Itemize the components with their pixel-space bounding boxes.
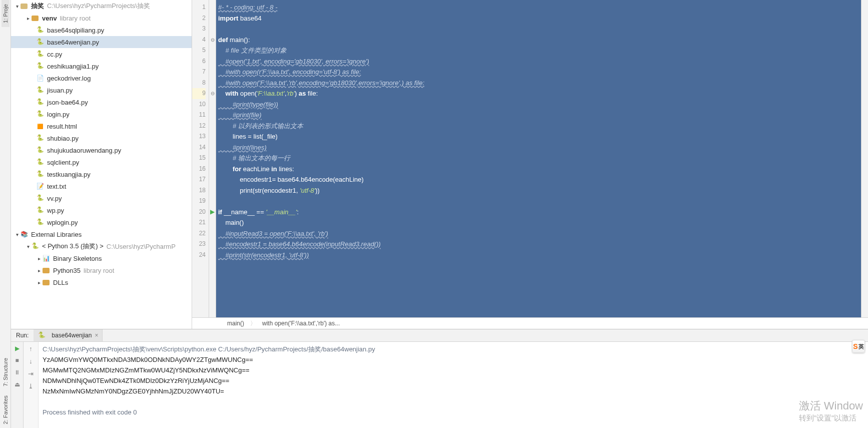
python-icon — [36, 110, 44, 118]
run-tab[interactable]: base64wenjian × — [34, 329, 103, 341]
file-wplogin[interactable]: wplogin.py — [11, 216, 192, 228]
file-shujukudaoruwendang[interactable]: shujukudaoruwendang.py — [11, 144, 192, 156]
file-wp[interactable]: wp.py — [11, 204, 192, 216]
python-icon — [36, 170, 44, 178]
run-tool-window: Run: base64wenjian × ▶ ■ ⏸ ⏏ ↑ ↓ ⇥ — [11, 329, 868, 428]
close-icon[interactable]: × — [95, 332, 98, 339]
tree-venv[interactable]: ▸ venv library root — [11, 12, 192, 24]
project-tree[interactable]: ▾ 抽奖 C:\Users\hyz\PycharmProjects\抽奖 ▸ v… — [11, 0, 192, 329]
file-shubiao[interactable]: shubiao.py — [11, 132, 192, 144]
code-content[interactable]: #- * - coding: utf - 8 - import base64 d… — [218, 2, 861, 260]
left-tool-strip: 1: Proje 7: Structure 2: Favorites — [0, 0, 11, 428]
exit-icon[interactable]: ⏏ — [15, 381, 20, 388]
output-line: NDMwNDhlNjQw0TEwNDk4ZTk0MDIz0DkzYzRiYjUz… — [43, 377, 229, 384]
run-label: Run: — [11, 332, 34, 339]
tab-favorites[interactable]: 2: Favorites — [2, 391, 10, 428]
file-testkuangjia[interactable]: testkuangjia.py — [11, 168, 192, 180]
skeletons-icon — [42, 254, 50, 262]
breadcrumb[interactable]: main() 〉 with open('F:\\aa.txt','rb') as… — [192, 317, 868, 329]
stop-icon[interactable]: ■ — [15, 357, 19, 364]
run-controls: ▶ ■ ⏸ ⏏ — [11, 342, 24, 428]
text-icon — [36, 182, 44, 190]
file-sqlclient[interactable]: sqlclient.py — [11, 156, 192, 168]
python-icon — [31, 242, 39, 250]
tab-project[interactable]: 1: Proje — [2, 0, 10, 27]
file-text-txt[interactable]: text.txt — [11, 180, 192, 192]
file-jisuan[interactable]: jisuan.py — [11, 84, 192, 96]
external-libraries[interactable]: ▾External Libraries — [11, 228, 192, 240]
error-stripe[interactable] — [861, 0, 868, 317]
tree-root[interactable]: ▾ 抽奖 C:\Users\hyz\PycharmProjects\抽奖 — [11, 0, 192, 12]
output-line: MGMwMTQ2NGMxMDIzNGZmMTkw0WU4ZjY5NDkxNzVi… — [43, 366, 250, 374]
python-icon — [36, 194, 44, 202]
python-sdk[interactable]: ▾ < Python 3.5 (抽奖) > C:\Users\hyz\Pycha… — [11, 240, 192, 252]
python-icon — [36, 62, 44, 70]
exec-path: C:\Users\hyz\PycharmProjects\抽奖\venv\Scr… — [43, 345, 375, 353]
file-base64wenjian[interactable]: base64wenjian.py — [11, 36, 192, 48]
breadcrumb-item[interactable]: with open('F:\\aa.txt','rb') as... — [262, 320, 340, 327]
file-icon — [36, 74, 44, 82]
console-output[interactable]: C:\Users\hyz\PycharmProjects\抽奖\venv\Scr… — [39, 342, 868, 428]
python-icon — [36, 50, 44, 58]
rerun-icon[interactable]: ▶ — [15, 345, 20, 352]
file-geckodriver-log[interactable]: geckodriver.log — [11, 72, 192, 84]
root-path: C:\Users\hyz\PycharmProjects\抽奖 — [47, 2, 150, 11]
console-controls: ↑ ↓ ⇥ ⤓ — [24, 342, 39, 428]
down-icon[interactable]: ↓ — [29, 357, 33, 365]
python35-lib[interactable]: ▸Python35library root — [11, 264, 192, 276]
python-icon — [36, 86, 44, 94]
file-vv[interactable]: vv.py — [11, 192, 192, 204]
fold-gutter[interactable]: ⊖ ⊖ ▶ — [209, 0, 216, 317]
root-name: 抽奖 — [31, 2, 44, 11]
file-cc[interactable]: cc.py — [11, 48, 192, 60]
python-icon — [36, 38, 44, 46]
python-icon — [36, 146, 44, 154]
breadcrumb-item[interactable]: main() — [227, 320, 244, 327]
python-icon — [38, 331, 46, 339]
output-line: NzMxNmIwNGMzNmY0NDgzZGE0YjhhNmJjZDU20WY4… — [43, 387, 224, 395]
run-gutter-icon[interactable]: ▶ — [209, 207, 216, 218]
line-gutter: 1234 5678 9101112 13141516 17181920 2122… — [192, 0, 209, 317]
pause-icon[interactable]: ⏸ — [14, 369, 20, 376]
scroll-icon[interactable]: ⤓ — [28, 382, 34, 390]
chevron-right-icon: 〉 — [250, 319, 256, 328]
file-result-html[interactable]: result.html — [11, 120, 192, 132]
output-line: YzA0MGVmYWQ0MTkxNDA3MDk0ODNkNDAy0WY2ZTgw… — [43, 356, 253, 363]
file-base64sqlpiliang[interactable]: base64sqlpiliang.py — [11, 24, 192, 36]
tab-structure[interactable]: 7: Structure — [2, 354, 10, 390]
python-icon — [36, 206, 44, 214]
file-ceshikuangjia1[interactable]: ceshikuangjia1.py — [11, 60, 192, 72]
ime-badge[interactable]: S英 — [852, 340, 865, 353]
html-icon — [36, 122, 44, 130]
python-icon — [36, 134, 44, 142]
python-icon — [36, 98, 44, 106]
code-editor[interactable]: 1234 5678 9101112 13141516 17181920 2122… — [192, 0, 868, 317]
wrap-icon[interactable]: ⇥ — [28, 370, 34, 377]
python-icon — [36, 158, 44, 166]
file-json-bae64[interactable]: json-bae64.py — [11, 96, 192, 108]
libraries-icon — [20, 230, 28, 238]
python-icon — [36, 26, 44, 34]
file-login[interactable]: login.py — [11, 108, 192, 120]
binary-skeletons[interactable]: ▸Binary Skeletons — [11, 252, 192, 264]
dlls-lib[interactable]: ▸DLLs — [11, 276, 192, 288]
exit-code: Process finished with exit code 0 — [43, 408, 137, 416]
python-icon — [36, 218, 44, 226]
up-icon[interactable]: ↑ — [29, 345, 33, 352]
